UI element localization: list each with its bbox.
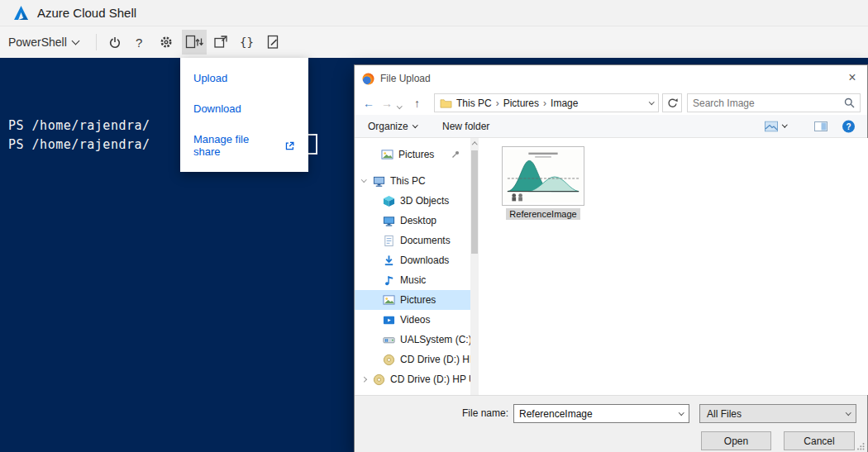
cd-drive-icon [373,373,385,386]
dialog-help-button[interactable]: ? [842,120,855,132]
forward-button[interactable]: → [381,97,393,110]
view-thumbnails-icon [765,121,778,131]
sidebar-item-label: CD Drive (D:) HP U [390,373,470,385]
up-one-level-button[interactable]: ↑ [414,97,420,110]
download-icon [383,255,395,267]
command-bar: Organize New folder ? [355,115,867,138]
dialog-titlebar[interactable]: File Upload × [355,65,867,92]
back-icon: ← [363,97,374,110]
pictures-icon [381,149,393,160]
settings-button[interactable] [159,35,174,50]
screen: Azure Cloud Shell PowerShell ? [0,0,868,452]
sidebar-item-label: Downloads [400,255,449,266]
open-editor-button[interactable]: {} [240,36,254,49]
sidebar-item-ualsystem-c[interactable]: UALSystem (C:) [355,330,470,350]
refresh-button[interactable] [662,93,682,112]
breadcrumb-image[interactable]: Image [551,98,578,109]
flatten-curve-thumbnail-image [504,149,582,203]
help-button[interactable]: ? [136,36,142,50]
close-button[interactable]: × [839,67,866,88]
recent-locations-button[interactable] [398,97,402,110]
change-view-button[interactable] [765,121,787,131]
videos-icon [383,314,395,326]
sidebar-item-label: CD Drive (D:) HP [400,354,470,365]
cd-drive-icon [383,354,395,366]
cancel-button[interactable]: Cancel [784,431,855,450]
chevron-down-icon [679,410,684,415]
sidebar-item-label: Videos [400,314,430,326]
sidebar-item-label: Pictures [398,149,434,160]
organize-button[interactable]: Organize [368,121,417,132]
up-arrow-icon: ↑ [414,97,420,110]
desktop-icon [383,215,395,227]
file-type-select[interactable]: All Files [699,404,856,423]
search-box [687,93,861,112]
sidebar-item-label: Music [400,274,426,286]
menu-item-label: Manage file share [193,133,278,158]
document-icon [383,235,395,247]
menu-item-label: Upload [193,72,227,84]
scrollbar-thumb[interactable] [471,150,478,254]
cancel-button-label: Cancel [804,435,834,447]
breadcrumb-separator: › [496,98,499,109]
sidebar-item-desktop[interactable]: Desktop [355,211,470,231]
this-pc-icon [373,175,385,188]
new-folder-button[interactable]: New folder [442,121,489,132]
search-input[interactable] [693,98,844,109]
azure-logo-icon [13,5,29,21]
help-icon: ? [136,36,142,50]
file-name-input[interactable] [514,408,675,420]
app-title: Azure Cloud Shell [37,6,136,20]
file-type-value: All Files [707,408,742,420]
file-name-field-label: File name: [434,407,508,419]
gear-icon [159,35,174,50]
file-name-dropdown-button[interactable] [675,405,689,422]
file-name-combo [513,404,689,423]
web-preview-button[interactable] [266,35,281,50]
sidebar-item-music[interactable]: Music [355,270,470,290]
preview-pane-button[interactable] [814,121,827,131]
firefox-icon [362,73,374,85]
dialog-footer: File name: All Files Open Cancel [355,395,867,452]
back-button[interactable]: ← [363,97,374,110]
upload-download-button[interactable] [182,30,207,55]
chevron-down-icon [397,103,402,108]
cube-icon [383,195,395,207]
breadcrumb-this-pc[interactable]: This PC [456,98,492,109]
terminal-prompt-line: PS /home/rajendra/ [8,118,150,133]
address-dropdown-icon[interactable] [649,99,654,104]
menu-item-download[interactable]: Download [180,93,308,124]
sidebar-item-pictures-quickaccess[interactable]: Pictures [355,145,470,164]
file-type-dropdown-button[interactable] [842,405,856,422]
breadcrumb-pictures[interactable]: Pictures [503,98,539,109]
sidebar-item-this-pc[interactable]: This PC [355,171,470,191]
address-bar[interactable]: This PC › Pictures › Image [434,93,659,112]
resize-grip[interactable] [856,442,865,450]
new-session-icon [213,35,228,50]
new-session-button[interactable] [213,35,228,50]
menu-item-upload[interactable]: Upload [180,63,308,93]
scrollbar-up-arrow[interactable] [470,138,479,149]
sidebar-item-videos[interactable]: Videos [355,310,470,330]
refresh-icon [667,98,678,108]
menu-item-manage-file-share[interactable]: Manage file share [180,124,308,167]
file-item-referenceimage[interactable]: ReferenceImage [500,146,586,220]
preview-pane-icon [814,121,827,131]
sidebar-scrollbar[interactable] [470,138,479,395]
restart-shell-button[interactable] [107,35,122,50]
sidebar-item-pictures[interactable]: Pictures [355,290,470,310]
sidebar-item-documents[interactable]: Documents [355,231,470,250]
system-drive-icon [383,334,395,346]
sidebar-item-cd-drive-d[interactable]: CD Drive (D:) HP [355,350,470,369]
navigation-bar: ← → ↑ This PC › Pictures › Image [355,92,867,115]
sidebar-item-3d-objects[interactable]: 3D Objects [355,191,470,211]
sidebar-item-downloads[interactable]: Downloads [355,250,470,270]
shell-selector-label: PowerShell [8,36,67,49]
file-name-label: ReferenceImage [506,208,579,220]
open-button[interactable]: Open [701,431,771,450]
file-list[interactable]: ReferenceImage [479,138,868,395]
upload-download-icon [185,35,203,50]
shell-selector[interactable]: PowerShell [8,36,79,49]
sidebar-item-cd-drive-d-root[interactable]: CD Drive (D:) HP U [355,369,470,389]
folder-icon [440,98,452,108]
